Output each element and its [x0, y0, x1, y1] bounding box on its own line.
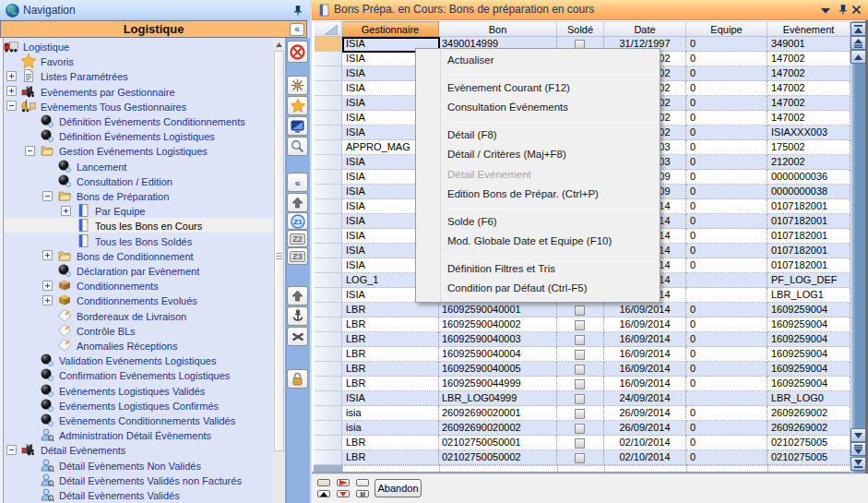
- svg-text:Z1: Z1: [293, 218, 303, 226]
